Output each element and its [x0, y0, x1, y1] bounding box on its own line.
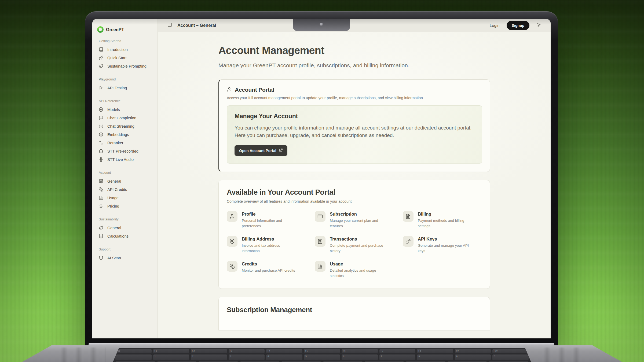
- sidebar-item-label: STT Live Audio: [107, 157, 134, 162]
- greenpt-logo-icon: [97, 26, 104, 33]
- feature-title: Usage: [330, 261, 387, 267]
- keyboard-key-9: 9: [455, 354, 491, 360]
- feature-icon-box: [227, 211, 237, 222]
- brand-name: GreenPT: [106, 27, 124, 32]
- sidebar-item-models[interactable]: Models: [96, 105, 154, 114]
- shield-icon: [99, 256, 103, 260]
- user-icon: [227, 87, 232, 93]
- feature-icon-box: [315, 236, 325, 247]
- chip-icon: [99, 107, 103, 112]
- rocket-icon: [99, 56, 103, 60]
- sidebar-item-introduction[interactable]: Introduction: [96, 45, 154, 54]
- sidebar-item-label: API Credits: [107, 187, 127, 192]
- chart-icon: [99, 195, 103, 200]
- external-icon: [279, 148, 283, 152]
- sidebar-item-general[interactable]: General: [96, 224, 154, 232]
- sun-icon: [536, 23, 541, 27]
- sidebar-item-api-testing[interactable]: API Testing: [96, 84, 154, 92]
- sidebar-item-chat-completion[interactable]: Chat Completion: [96, 114, 154, 122]
- brand-logo[interactable]: GreenPT: [92, 23, 158, 34]
- sidebar-item-label: AI Scan: [107, 256, 121, 260]
- desktop-background: GreenPT Getting StartedIntroductionQuick…: [0, 0, 644, 362]
- keyboard-key-f8: F8: [417, 349, 453, 353]
- chat-icon: [99, 116, 103, 120]
- sidebar-item-embeddings[interactable]: Embeddings: [96, 130, 154, 139]
- keyboard-key-4: 4: [266, 354, 302, 360]
- topbar-actions: Login Signup: [490, 21, 541, 30]
- keyboard-key-f3: F3: [229, 349, 265, 353]
- sidebar-item-chat-streaming[interactable]: Chat Streaming: [96, 122, 154, 130]
- play-icon: [99, 86, 103, 90]
- speaker-grille-left: [58, 348, 106, 362]
- features-grid: ProfilePersonal information and preferen…: [227, 211, 482, 278]
- feature-item-billing-address: Billing AddressInvoice and tax address i…: [227, 236, 306, 253]
- login-link[interactable]: Login: [490, 23, 500, 28]
- feature-item-transactions: TransactionsComplete payment and purchas…: [315, 236, 394, 253]
- sidebar-item-calculations[interactable]: Calculations: [96, 232, 154, 240]
- feature-item-billing: BillingPayment methods and billing setti…: [403, 211, 482, 228]
- feature-title: Subscription: [330, 212, 387, 217]
- sidebar-section-label-sustainability: Sustainability: [99, 217, 151, 221]
- sidebar-item-quick-start[interactable]: Quick Start: [96, 54, 154, 62]
- sidebar-item-label: Chat Completion: [107, 116, 136, 120]
- signup-button[interactable]: Signup: [507, 21, 529, 30]
- feature-icon-box: [403, 236, 414, 247]
- coins-icon: [229, 264, 235, 269]
- sidebar-item-label: Models: [107, 108, 120, 112]
- page-breadcrumb-title: Account – General: [177, 23, 216, 28]
- topbar: Account – General Login Signup: [158, 19, 551, 32]
- account-portal-description: Access your full account management port…: [227, 96, 482, 100]
- broadcast-icon: [99, 124, 103, 128]
- app-window: GreenPT Getting StartedIntroductionQuick…: [92, 19, 551, 338]
- sidebar-item-stt-live-audio[interactable]: STT Live Audio: [96, 155, 154, 164]
- layers-icon: [99, 132, 103, 137]
- keyboard-key-f6: F6: [342, 349, 378, 353]
- keyboard-key-f1: F1: [153, 349, 189, 353]
- feature-description: Generate and manage your API keys: [418, 243, 475, 253]
- theme-toggle-button[interactable]: [536, 23, 541, 28]
- sidebar-item-reranker[interactable]: Reranker: [96, 139, 154, 147]
- features-subtitle: Complete overview of all features and in…: [227, 199, 482, 204]
- sidebar-section-label-account: Account: [99, 171, 151, 175]
- sidebar-item-pricing[interactable]: Pricing: [96, 202, 154, 210]
- feature-description: Complete payment and purchase history: [330, 243, 387, 253]
- feature-text: CreditsMonitor and purchase API credits: [242, 261, 295, 278]
- sidebar-item-usage[interactable]: Usage: [96, 194, 154, 202]
- open-account-portal-button[interactable]: Open Account Portal: [235, 145, 287, 156]
- sidebar-item-ai-scan[interactable]: AI Scan: [96, 254, 154, 262]
- headphones-icon: [99, 149, 103, 153]
- panel-icon: [167, 23, 172, 27]
- feature-text: SubscriptionManage your current plan and…: [330, 211, 387, 228]
- gear-icon: [99, 179, 103, 183]
- feature-item-usage: UsageDetailed analytics and usage statis…: [315, 261, 394, 278]
- sidebar-item-label: General: [107, 226, 121, 230]
- card-icon: [317, 214, 323, 219]
- sidebar-item-label: Sustainable Prompting: [107, 64, 147, 68]
- sidebar-item-stt-pre-recorded[interactable]: STT Pre-recorded: [96, 147, 154, 155]
- keyboard-key-f4: F4: [266, 349, 302, 353]
- book-icon: [99, 47, 103, 52]
- feature-icon-box: [315, 261, 325, 272]
- feature-item-credits: CreditsMonitor and purchase API credits: [227, 261, 306, 278]
- coins-icon: [99, 187, 103, 192]
- keyboard-key-3: 3: [229, 354, 265, 360]
- feature-text: API KeysGenerate and manage your API key…: [418, 236, 475, 253]
- feature-item-api-keys: API KeysGenerate and manage your API key…: [403, 236, 482, 253]
- feature-item-profile: ProfilePersonal information and preferen…: [227, 211, 306, 228]
- sidebar-item-api-credits[interactable]: API Credits: [96, 185, 154, 194]
- mic-icon: [99, 157, 103, 162]
- manage-account-title: Manage Your Account: [235, 113, 474, 120]
- key-icon: [405, 239, 411, 244]
- main-area: Account – General Login Signup Account M…: [158, 19, 551, 338]
- keyboard-key-0: 0: [492, 354, 529, 360]
- webcam-icon: [320, 23, 323, 26]
- sidebar-item-sustainable-prompting[interactable]: Sustainable Prompting: [96, 62, 154, 70]
- account-portal-title: Account Portal: [235, 87, 274, 93]
- sidebar-toggle-button[interactable]: [167, 23, 172, 28]
- sidebar-item-general[interactable]: General: [96, 177, 154, 185]
- sidebar-item-label: Reranker: [107, 141, 123, 145]
- feature-text: UsageDetailed analytics and usage statis…: [330, 261, 387, 278]
- manage-account-body: You can change your profile information …: [235, 124, 474, 139]
- feature-title: Transactions: [330, 237, 387, 242]
- feature-description: Manage your current plan and features: [330, 218, 387, 228]
